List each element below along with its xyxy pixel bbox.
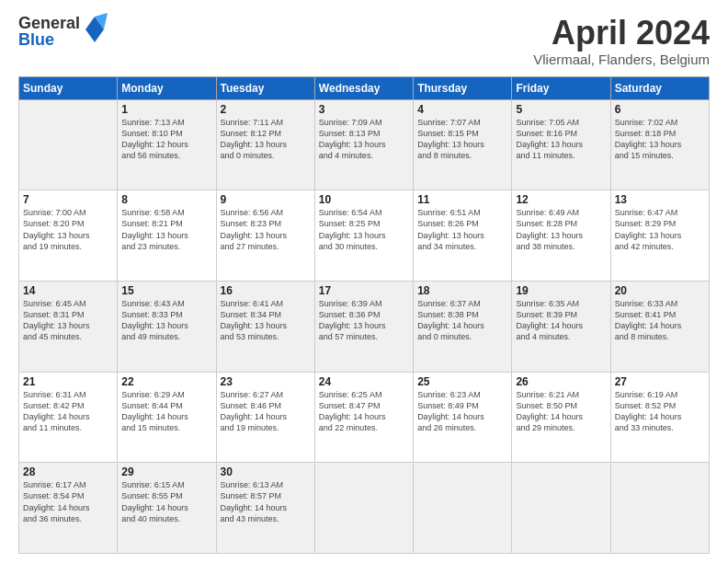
day-info: Sunrise: 6:15 AMSunset: 8:55 PMDaylight:… bbox=[121, 479, 211, 524]
day-number: 8 bbox=[121, 193, 211, 206]
calendar-table: Sunday Monday Tuesday Wednesday Thursday… bbox=[18, 76, 710, 554]
table-row: 2Sunrise: 7:11 AMSunset: 8:12 PMDaylight… bbox=[216, 99, 314, 190]
table-row: 12Sunrise: 6:49 AMSunset: 8:28 PMDayligh… bbox=[512, 190, 610, 282]
table-row: 10Sunrise: 6:54 AMSunset: 8:25 PMDayligh… bbox=[314, 190, 413, 282]
day-info: Sunrise: 6:27 AMSunset: 8:46 PMDaylight:… bbox=[221, 389, 311, 434]
day-number: 30 bbox=[221, 465, 311, 478]
table-row: 16Sunrise: 6:41 AMSunset: 8:34 PMDayligh… bbox=[216, 281, 314, 372]
table-row: 26Sunrise: 6:21 AMSunset: 8:50 PMDayligh… bbox=[512, 372, 610, 463]
day-info: Sunrise: 6:13 AMSunset: 8:57 PMDaylight:… bbox=[221, 479, 311, 524]
day-number: 6 bbox=[615, 103, 705, 116]
day-number: 22 bbox=[121, 375, 211, 388]
title-section: April 2024 Vliermaal, Flanders, Belgium bbox=[533, 15, 710, 67]
day-info: Sunrise: 7:11 AMSunset: 8:12 PMDaylight:… bbox=[221, 117, 311, 162]
table-row: 4Sunrise: 7:07 AMSunset: 8:15 PMDaylight… bbox=[414, 99, 512, 190]
day-number: 3 bbox=[319, 103, 409, 116]
day-info: Sunrise: 6:21 AMSunset: 8:50 PMDaylight:… bbox=[516, 389, 606, 434]
table-row: 13Sunrise: 6:47 AMSunset: 8:29 PMDayligh… bbox=[610, 190, 709, 282]
day-number: 20 bbox=[615, 284, 705, 297]
table-row: 7Sunrise: 7:00 AMSunset: 8:20 PMDaylight… bbox=[19, 190, 118, 282]
col-monday: Monday bbox=[118, 76, 216, 99]
day-info: Sunrise: 6:19 AMSunset: 8:52 PMDaylight:… bbox=[615, 389, 705, 434]
logo-general: General bbox=[18, 15, 80, 31]
table-row: 21Sunrise: 6:31 AMSunset: 8:42 PMDayligh… bbox=[19, 372, 118, 463]
day-info: Sunrise: 7:07 AMSunset: 8:15 PMDaylight:… bbox=[417, 117, 507, 162]
title-month: April 2024 bbox=[533, 15, 710, 52]
day-info: Sunrise: 6:23 AMSunset: 8:49 PMDaylight:… bbox=[417, 389, 507, 434]
calendar-week-row: 1Sunrise: 7:13 AMSunset: 8:10 PMDaylight… bbox=[19, 99, 710, 190]
day-info: Sunrise: 6:35 AMSunset: 8:39 PMDaylight:… bbox=[516, 298, 606, 343]
table-row: 28Sunrise: 6:17 AMSunset: 8:54 PMDayligh… bbox=[19, 463, 118, 554]
table-row: 18Sunrise: 6:37 AMSunset: 8:38 PMDayligh… bbox=[414, 281, 512, 372]
table-row: 8Sunrise: 6:58 AMSunset: 8:21 PMDaylight… bbox=[118, 190, 216, 282]
table-row: 3Sunrise: 7:09 AMSunset: 8:13 PMDaylight… bbox=[314, 99, 413, 190]
calendar-header-row: Sunday Monday Tuesday Wednesday Thursday… bbox=[19, 76, 710, 99]
table-row: 6Sunrise: 7:02 AMSunset: 8:18 PMDaylight… bbox=[610, 99, 709, 190]
table-row bbox=[512, 463, 610, 554]
col-wednesday: Wednesday bbox=[314, 76, 413, 99]
table-row bbox=[610, 463, 709, 554]
day-number: 7 bbox=[23, 193, 113, 206]
table-row bbox=[414, 463, 512, 554]
calendar-week-row: 28Sunrise: 6:17 AMSunset: 8:54 PMDayligh… bbox=[19, 463, 710, 554]
day-number: 28 bbox=[23, 465, 113, 478]
day-info: Sunrise: 6:45 AMSunset: 8:31 PMDaylight:… bbox=[23, 298, 113, 343]
table-row bbox=[314, 463, 413, 554]
calendar-week-row: 7Sunrise: 7:00 AMSunset: 8:20 PMDaylight… bbox=[19, 190, 710, 282]
table-row: 19Sunrise: 6:35 AMSunset: 8:39 PMDayligh… bbox=[512, 281, 610, 372]
day-info: Sunrise: 6:43 AMSunset: 8:33 PMDaylight:… bbox=[121, 298, 211, 343]
logo: General Blue bbox=[18, 15, 108, 48]
table-row: 20Sunrise: 6:33 AMSunset: 8:41 PMDayligh… bbox=[610, 281, 709, 372]
logo-icon bbox=[82, 13, 108, 46]
table-row: 15Sunrise: 6:43 AMSunset: 8:33 PMDayligh… bbox=[118, 281, 216, 372]
day-info: Sunrise: 6:25 AMSunset: 8:47 PMDaylight:… bbox=[319, 389, 409, 434]
col-saturday: Saturday bbox=[610, 76, 709, 99]
day-number: 18 bbox=[417, 284, 507, 297]
table-row: 11Sunrise: 6:51 AMSunset: 8:26 PMDayligh… bbox=[414, 190, 512, 282]
day-number: 15 bbox=[121, 284, 211, 297]
day-info: Sunrise: 6:51 AMSunset: 8:26 PMDaylight:… bbox=[417, 207, 507, 252]
day-info: Sunrise: 7:00 AMSunset: 8:20 PMDaylight:… bbox=[23, 207, 113, 252]
col-friday: Friday bbox=[512, 76, 610, 99]
day-info: Sunrise: 6:37 AMSunset: 8:38 PMDaylight:… bbox=[417, 298, 507, 343]
day-number: 12 bbox=[516, 193, 606, 206]
calendar-week-row: 21Sunrise: 6:31 AMSunset: 8:42 PMDayligh… bbox=[19, 372, 710, 463]
table-row: 5Sunrise: 7:05 AMSunset: 8:16 PMDaylight… bbox=[512, 99, 610, 190]
day-number: 14 bbox=[23, 284, 113, 297]
day-number: 11 bbox=[417, 193, 507, 206]
table-row: 30Sunrise: 6:13 AMSunset: 8:57 PMDayligh… bbox=[216, 463, 314, 554]
table-row: 29Sunrise: 6:15 AMSunset: 8:55 PMDayligh… bbox=[118, 463, 216, 554]
day-info: Sunrise: 6:29 AMSunset: 8:44 PMDaylight:… bbox=[121, 389, 211, 434]
day-info: Sunrise: 6:49 AMSunset: 8:28 PMDaylight:… bbox=[516, 207, 606, 252]
day-info: Sunrise: 6:58 AMSunset: 8:21 PMDaylight:… bbox=[121, 207, 211, 252]
day-number: 23 bbox=[221, 375, 311, 388]
table-row: 27Sunrise: 6:19 AMSunset: 8:52 PMDayligh… bbox=[610, 372, 709, 463]
col-tuesday: Tuesday bbox=[216, 76, 314, 99]
day-number: 2 bbox=[221, 103, 311, 116]
table-row: 22Sunrise: 6:29 AMSunset: 8:44 PMDayligh… bbox=[118, 372, 216, 463]
day-number: 29 bbox=[121, 465, 211, 478]
day-info: Sunrise: 6:39 AMSunset: 8:36 PMDaylight:… bbox=[319, 298, 409, 343]
table-row: 1Sunrise: 7:13 AMSunset: 8:10 PMDaylight… bbox=[118, 99, 216, 190]
day-info: Sunrise: 6:54 AMSunset: 8:25 PMDaylight:… bbox=[319, 207, 409, 252]
table-row: 23Sunrise: 6:27 AMSunset: 8:46 PMDayligh… bbox=[216, 372, 314, 463]
day-number: 26 bbox=[516, 375, 606, 388]
day-info: Sunrise: 7:09 AMSunset: 8:13 PMDaylight:… bbox=[319, 117, 409, 162]
day-number: 25 bbox=[417, 375, 507, 388]
page: General Blue April 2024 Vliermaal, Fland… bbox=[0, 0, 728, 563]
table-row: 24Sunrise: 6:25 AMSunset: 8:47 PMDayligh… bbox=[314, 372, 413, 463]
header: General Blue April 2024 Vliermaal, Fland… bbox=[18, 15, 710, 67]
col-thursday: Thursday bbox=[414, 76, 512, 99]
day-number: 4 bbox=[417, 103, 507, 116]
day-number: 24 bbox=[319, 375, 409, 388]
day-info: Sunrise: 7:05 AMSunset: 8:16 PMDaylight:… bbox=[516, 117, 606, 162]
table-row: 14Sunrise: 6:45 AMSunset: 8:31 PMDayligh… bbox=[19, 281, 118, 372]
day-info: Sunrise: 7:02 AMSunset: 8:18 PMDaylight:… bbox=[615, 117, 705, 162]
day-number: 27 bbox=[615, 375, 705, 388]
title-location: Vliermaal, Flanders, Belgium bbox=[533, 52, 710, 67]
day-number: 17 bbox=[319, 284, 409, 297]
day-info: Sunrise: 7:13 AMSunset: 8:10 PMDaylight:… bbox=[121, 117, 211, 162]
day-info: Sunrise: 6:41 AMSunset: 8:34 PMDaylight:… bbox=[221, 298, 311, 343]
day-number: 5 bbox=[516, 103, 606, 116]
day-info: Sunrise: 6:17 AMSunset: 8:54 PMDaylight:… bbox=[23, 479, 113, 524]
